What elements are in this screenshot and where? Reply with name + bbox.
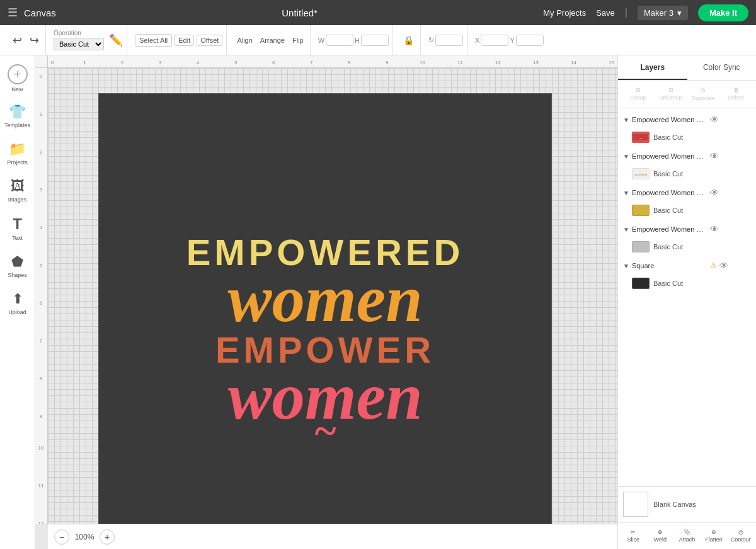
y-input[interactable] [516,35,544,46]
offset-button[interactable]: Offset [197,35,222,46]
delete-icon: 🗑 [733,87,739,93]
zoom-controls: − 100% + [54,529,115,545]
attach-icon: 📎 [684,529,690,535]
make-it-button[interactable]: Make It [698,4,748,21]
text-icon: T [13,215,22,233]
arrange-button[interactable]: Arrange [258,34,287,47]
arrow-icon-2: ▼ [623,190,629,196]
layer-header-1[interactable]: ▼ Empowered Women Emplo… 👁 [618,147,756,165]
layer-header-4[interactable]: ▼ Square ⚠ 👁 [618,257,756,274]
ruler-left-svg: 0 1 2 3 4 5 6 7 8 9 10 11 12 [35,68,47,524]
align-button[interactable]: Align [234,34,255,47]
zoom-out-button[interactable]: − [54,529,69,545]
x-input[interactable] [481,35,508,46]
eye-icon-2[interactable]: 👁 [710,188,719,198]
canvas-wrapper: 0 1 2 3 4 5 6 7 8 9 10 11 12 13 14 15 [35,55,617,549]
select-all-button[interactable]: Select All [135,34,172,47]
delete-button[interactable]: 🗑 Delete [721,84,751,104]
text-swash: ~ [313,419,336,443]
arrow-icon-0: ▼ [623,116,629,123]
arrow-icon-4: ▼ [623,263,629,269]
pen-icon: ✏️ [106,33,123,47]
undo-button[interactable]: ↩ [10,31,25,50]
flip-button[interactable]: Flip [290,34,306,47]
flatten-icon: ⊖ [711,529,716,535]
svg-text:9: 9 [40,414,43,419]
eye-icon-3[interactable]: 👁 [710,224,719,234]
tab-color-sync[interactable]: Color Sync [687,55,757,80]
sidebar-item-templates[interactable]: 👕 Templates [3,99,33,133]
eye-icon-4[interactable]: 👁 [719,261,728,271]
app-title: Canvas [24,8,56,18]
sidebar-item-shapes[interactable]: ⬟ Shapes [3,249,33,283]
arrow-icon-1: ▼ [623,153,629,160]
machine-selector[interactable]: Maker 3 ▾ [638,6,688,20]
right-panel: Layers Color Sync ⊞ Group ⊟ UnGroup ⧉ Du… [617,55,756,549]
eye-icon-1[interactable]: 👁 [710,151,719,161]
duplicate-button[interactable]: ⧉ Duplicate [689,84,719,104]
upload-label: Upload [8,309,26,315]
tab-layers[interactable]: Layers [618,55,687,80]
duplicate-label: Duplicate [692,95,716,101]
sidebar-item-projects[interactable]: 📁 Projects [3,136,33,171]
attach-button[interactable]: 📎 Attach [674,526,700,545]
weld-label: Weld [654,536,667,543]
save-button[interactable]: Save [596,8,615,18]
layers-list: ▼ Empowered Women Emplo… 👁 ~ Basic Cut ▼… [618,108,756,486]
layer-item-3-0[interactable]: Basic Cut [618,238,756,256]
duplicate-icon: ⧉ [701,87,705,94]
svg-text:3: 3 [159,60,162,65]
sidebar-item-upload[interactable]: ⬆ Upload [3,286,33,320]
warning-icon-4: ⚠ [710,261,717,270]
text-label: Text [12,235,23,241]
my-projects-button[interactable]: My Projects [543,8,586,18]
attach-label: Attach [679,536,696,543]
layer-header-0[interactable]: ▼ Empowered Women Emplo… 👁 [618,111,756,128]
redo-button[interactable]: ↪ [27,31,42,50]
svg-text:11: 11 [38,483,44,489]
layer-item-1-0[interactable]: women Basic Cut [618,165,756,183]
group-icon: ⊞ [636,87,641,93]
edit-button[interactable]: Edit [175,35,194,46]
svg-text:~: ~ [639,136,642,140]
layer-thumbnail-4-0 [632,278,650,289]
layer-header-3[interactable]: ▼ Empowered Women Emplo… 👁 [618,220,756,238]
weld-button[interactable]: ⊕ Weld [648,526,673,545]
blank-canvas-section: Blank Canvas [618,486,756,522]
svg-text:5: 5 [234,60,238,65]
contour-icon: ◎ [738,529,743,535]
layer-item-4-0[interactable]: Basic Cut [618,274,756,292]
layer-title-3: Empowered Women Emplo… [632,225,707,233]
layer-item-0-0[interactable]: ~ Basic Cut [618,128,756,146]
projects-icon: 📁 [9,141,26,157]
layer-title-0: Empowered Women Emplo… [632,116,707,123]
contour-button[interactable]: ◎ Contour [728,526,753,545]
ungroup-label: UnGroup [659,94,682,101]
canvas-scroll[interactable]: EMPOWERED women EMPOWER women ~ [48,68,617,524]
lock-ratio-icon[interactable]: 🔒 [401,33,416,48]
rotate-input[interactable] [435,35,463,46]
layer-group-3: ▼ Empowered Women Emplo… 👁 Basic Cut [618,220,756,256]
zoom-in-button[interactable]: + [100,529,115,545]
design-canvas[interactable]: EMPOWERED women EMPOWER women ~ [98,93,552,524]
flatten-button[interactable]: ⊖ Flatten [701,526,727,545]
layer-item-2-0[interactable]: Basic Cut [618,201,756,219]
eye-icon-0[interactable]: 👁 [710,115,719,125]
slice-button[interactable]: ✂ Slice [621,526,646,545]
layer-item-label-1-0: Basic Cut [653,170,683,178]
bottom-actions: ✂ Slice ⊕ Weld 📎 Attach ⊖ Flatten ◎ Cont… [618,522,756,549]
group-button[interactable]: ⊞ Group [623,84,653,104]
text-women1: women [227,268,422,331]
sidebar-item-images[interactable]: 🖼 Images [3,173,33,208]
height-input[interactable] [361,35,389,46]
layer-thumbnail-2-0 [632,205,650,216]
sidebar-item-text[interactable]: T Text [3,210,33,246]
delete-label: Delete [728,94,744,101]
operation-select[interactable]: Basic Cut [54,38,104,50]
layer-header-2[interactable]: ▼ Empowered Women Emplo… 👁 [618,184,756,201]
width-input[interactable] [326,35,353,46]
menu-icon[interactable]: ☰ [8,6,18,20]
svg-text:0: 0 [40,74,43,79]
ungroup-button[interactable]: ⊟ UnGroup [656,84,686,104]
sidebar-item-new[interactable]: + New [3,60,33,96]
